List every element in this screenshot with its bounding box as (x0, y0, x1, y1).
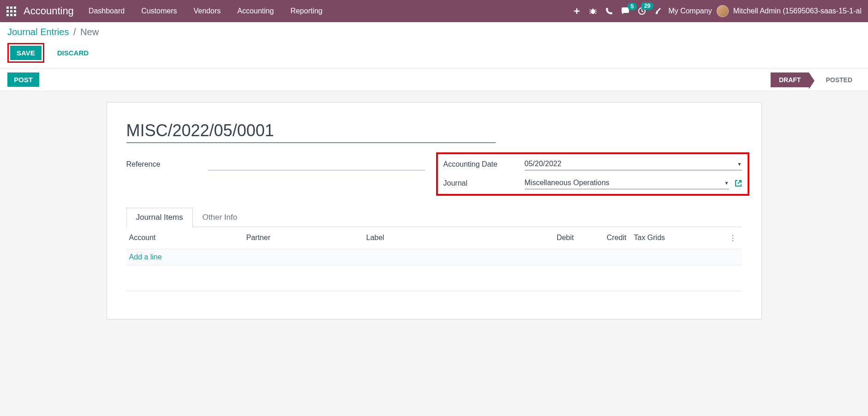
accounting-date-field: Accounting Date 05/20/2022 ▼ (443, 158, 742, 170)
journal-field: Journal Miscellaneous Operations ▼ (443, 177, 742, 189)
nav-reporting[interactable]: Reporting (290, 7, 322, 15)
form-container: Reference Accounting Date 05/20/2022 ▼ J… (0, 91, 868, 320)
col-partner: Partner (246, 234, 366, 242)
post-button[interactable]: POST (7, 72, 39, 87)
nav-customers[interactable]: Customers (141, 7, 177, 15)
col-label: Label (366, 234, 514, 242)
plus-icon[interactable] (573, 7, 581, 15)
reference-input[interactable] (208, 158, 425, 170)
nav-accounting[interactable]: Accounting (237, 7, 274, 15)
save-button[interactable]: SAVE (10, 46, 42, 60)
user-avatar[interactable] (717, 5, 729, 17)
svg-point-0 (591, 9, 595, 14)
activities-badge: 29 (641, 2, 653, 10)
nav-dashboard[interactable]: Dashboard (89, 7, 125, 15)
form-sheet: Reference Accounting Date 05/20/2022 ▼ J… (107, 102, 762, 320)
caret-down-icon: ▼ (737, 162, 742, 167)
col-account: Account (126, 234, 246, 242)
nav-vendors[interactable]: Vendors (194, 7, 221, 15)
breadcrumb-separator: / (73, 27, 76, 37)
highlight-save: SAVE (7, 43, 44, 63)
status-posted[interactable]: POSTED (817, 72, 861, 87)
messages-icon[interactable]: 5 (621, 7, 629, 15)
status-pills: DRAFT POSTED (771, 72, 861, 87)
highlight-date-journal: Accounting Date 05/20/2022 ▼ Journal Mis… (436, 152, 749, 196)
nav-menu: Dashboard Customers Vendors Accounting R… (89, 7, 323, 15)
bug-icon[interactable] (589, 7, 597, 15)
reference-label: Reference (126, 160, 208, 169)
reference-field: Reference (126, 158, 425, 170)
tab-other-info[interactable]: Other Info (193, 208, 247, 227)
form-fields-row: Reference Accounting Date 05/20/2022 ▼ J… (126, 158, 742, 192)
journal-label: Journal (443, 179, 525, 187)
kebab-icon[interactable]: ⋮ (724, 234, 742, 242)
journal-value: Miscellaneous Operations (525, 179, 721, 187)
external-link-icon[interactable] (735, 180, 742, 187)
table-body: Add a line (126, 249, 742, 265)
discard-button[interactable]: DISCARD (51, 46, 95, 60)
action-row: SAVE DISCARD (7, 43, 861, 63)
col-taxgrids: Tax Grids (634, 234, 724, 242)
sub-header: Journal Entries / New SAVE DISCARD (0, 22, 868, 69)
breadcrumb: Journal Entries / New (7, 27, 861, 37)
table-footer (126, 265, 742, 291)
messages-badge: 5 (628, 3, 637, 10)
phone-icon[interactable] (605, 7, 613, 15)
apps-icon[interactable] (6, 6, 16, 16)
col-credit: Credit (574, 234, 634, 242)
form-col-right: Accounting Date 05/20/2022 ▼ Journal Mis… (443, 158, 742, 192)
company-selector[interactable]: My Company (668, 7, 712, 15)
breadcrumb-parent[interactable]: Journal Entries (7, 27, 69, 37)
breadcrumb-current: New (80, 27, 99, 37)
add-line-button[interactable]: Add a line (126, 249, 742, 265)
app-name[interactable]: Accounting (24, 5, 74, 17)
accounting-date-value: 05/20/2022 (525, 160, 734, 168)
entry-name-input[interactable] (126, 119, 496, 143)
journal-input[interactable]: Miscellaneous Operations ▼ (525, 177, 729, 189)
accounting-date-input[interactable]: 05/20/2022 ▼ (525, 158, 742, 170)
status-bar: POST DRAFT POSTED (0, 69, 868, 91)
journal-items-table: Account Partner Label Debit Credit Tax G… (126, 227, 742, 291)
col-debit: Debit (514, 234, 574, 242)
tools-icon[interactable] (654, 7, 663, 15)
activities-icon[interactable]: 29 (638, 7, 646, 15)
caret-down-icon: ▼ (724, 181, 729, 186)
table-header: Account Partner Label Debit Credit Tax G… (126, 227, 742, 249)
top-nav: Accounting Dashboard Customers Vendors A… (0, 0, 868, 22)
nav-icons: 5 29 (573, 7, 663, 15)
form-col-left: Reference (126, 158, 425, 192)
tabs: Journal Items Other Info (126, 208, 742, 227)
tab-journal-items[interactable]: Journal Items (126, 208, 193, 227)
status-draft[interactable]: DRAFT (771, 72, 809, 87)
user-menu[interactable]: Mitchell Admin (15695063-saas-15-1-al (733, 7, 862, 15)
accounting-date-label: Accounting Date (443, 160, 525, 169)
